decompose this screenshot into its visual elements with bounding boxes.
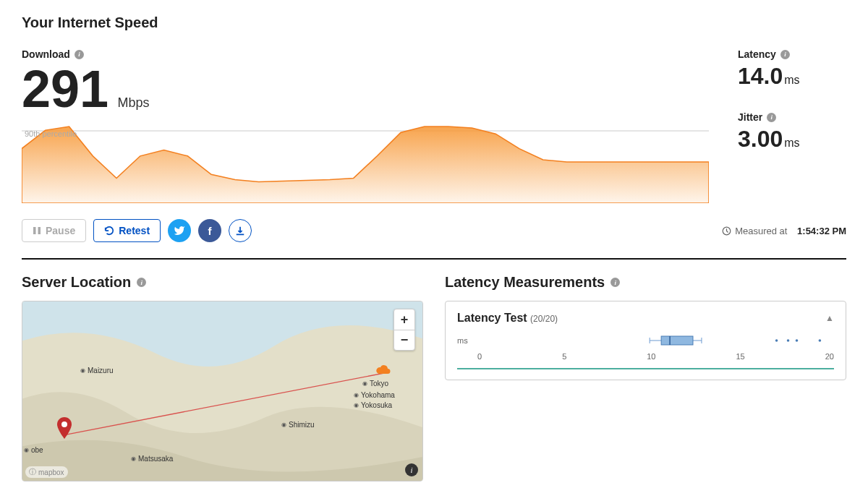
clock-icon	[722, 226, 731, 236]
location-pin-icon	[56, 417, 73, 439]
latency-unit-label: ms	[457, 336, 468, 345]
map-city-label: obe	[24, 446, 43, 454]
cloudflare-icon	[375, 364, 391, 374]
axis-tick: 5	[562, 352, 566, 361]
map-city-label: Yokosuka	[354, 401, 392, 409]
zoom-out-button[interactable]: −	[394, 330, 414, 350]
info-icon[interactable]: i	[780, 50, 790, 59]
download-chart: 90th percentile	[22, 124, 709, 203]
download-results-button[interactable]	[229, 219, 252, 242]
download-icon	[235, 226, 245, 236]
svg-rect-10	[661, 336, 693, 345]
download-label: Download	[22, 48, 70, 60]
map-city-label: Matsusaka	[131, 455, 173, 463]
map-info-button[interactable]: i	[405, 463, 418, 476]
server-location-map[interactable]: Maizuru obe Matsusaka Shimizu Tokyo Yoko…	[22, 301, 423, 481]
axis-tick: 20	[825, 352, 834, 361]
refresh-icon	[104, 226, 114, 236]
latency-label: Latency	[738, 48, 776, 60]
percentile-label: 90th percentile	[25, 129, 77, 138]
axis-tick: 15	[736, 352, 745, 361]
latency-metric: Latency i 14.0ms	[738, 48, 846, 90]
latency-test-panel: Latency Test (20/20) ▲ ms 05101520	[445, 301, 846, 380]
info-icon[interactable]: i	[767, 113, 776, 122]
jitter-unit: ms	[784, 137, 799, 149]
download-section: Download i 291 Mbps 90th percentile	[22, 48, 709, 203]
svg-point-15	[818, 339, 821, 342]
collapse-button[interactable]: ▲	[825, 313, 834, 323]
latency-test-title: Latency Test	[457, 312, 527, 324]
jitter-metric: Jitter i 3.00ms	[738, 111, 846, 153]
svg-point-6	[61, 421, 67, 427]
jitter-value: 3.00	[738, 126, 783, 152]
share-facebook-button[interactable]: f	[198, 219, 221, 242]
pause-button[interactable]: Pause	[22, 219, 86, 242]
pause-icon	[33, 226, 41, 235]
map-city-label: Shimizu	[281, 421, 315, 429]
latency-boxplot	[474, 332, 834, 349]
svg-point-12	[775, 339, 778, 342]
svg-point-13	[786, 339, 789, 342]
map-city-label: Maizuru	[80, 367, 114, 374]
download-value: 291	[22, 63, 109, 115]
map-zoom-control: + −	[393, 309, 415, 351]
pause-label: Pause	[46, 225, 75, 236]
info-icon[interactable]: i	[137, 278, 146, 287]
measured-time: 1:54:32 PM	[797, 226, 846, 236]
mapbox-icon: ⓘ	[29, 467, 36, 477]
facebook-icon: f	[208, 225, 212, 237]
info-icon[interactable]: i	[610, 278, 620, 287]
measured-prefix: Measured at	[735, 226, 787, 236]
page-title: Your Internet Speed	[22, 14, 846, 31]
latency-measurements-title: Latency Measurements	[445, 274, 605, 291]
axis-tick: 10	[647, 352, 655, 361]
measured-at: Measured at 1:54:32 PM	[722, 226, 846, 236]
retest-label: Retest	[119, 225, 150, 236]
map-city-label: Yokohama	[354, 391, 395, 399]
latency-unit: ms	[784, 74, 799, 86]
zoom-in-button[interactable]: +	[394, 309, 414, 330]
map-attribution[interactable]: ⓘ mapbox	[25, 466, 68, 478]
retest-button[interactable]: Retest	[93, 219, 161, 242]
latency-axis-ticks: 05101520	[477, 352, 834, 361]
axis-tick: 0	[477, 352, 482, 361]
latency-test-count: (20/20)	[530, 314, 558, 324]
map-city-label: Tokyo	[362, 380, 388, 388]
jitter-label: Jitter	[738, 111, 762, 123]
svg-point-14	[795, 339, 798, 342]
svg-rect-2	[38, 227, 41, 234]
svg-rect-1	[33, 227, 36, 234]
divider	[22, 258, 846, 260]
info-icon[interactable]: i	[75, 50, 84, 59]
progress-bar	[457, 368, 834, 369]
twitter-icon	[174, 225, 185, 236]
latency-value: 14.0	[738, 63, 783, 89]
server-location-title: Server Location	[22, 274, 131, 291]
share-twitter-button[interactable]	[168, 219, 191, 242]
download-unit: Mbps	[118, 95, 150, 110]
